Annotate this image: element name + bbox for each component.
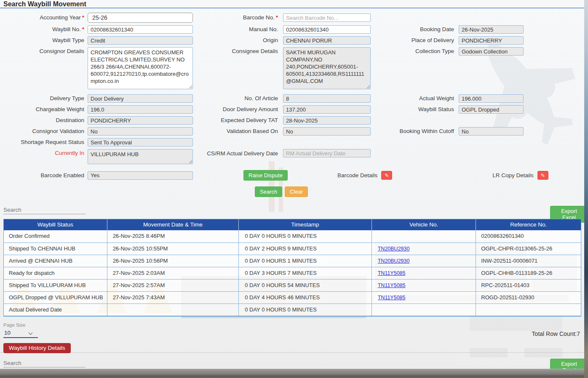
booking-within-cutoff-input[interactable] (459, 127, 524, 136)
page-size-value: 10 (4, 330, 11, 336)
required-mark: * (276, 14, 278, 21)
manual-no-input[interactable] (283, 25, 371, 34)
search-button[interactable]: Search (255, 186, 282, 197)
column-header-timestamp: Timestamp (239, 219, 372, 230)
reference-cell: 02008632601340 (476, 230, 581, 242)
waybill-type-label: Waybill Type (0, 36, 88, 45)
vehicle-link[interactable]: TN20BU2930 (378, 246, 410, 252)
status-cell: Order Confirmed (4, 230, 107, 242)
datetime-cell: 26-Nov-2025 8:46PM (107, 230, 239, 242)
column-header-movement-date: Movement Date & Time (107, 219, 239, 230)
booking-date-input[interactable] (459, 25, 524, 34)
background-photo-strip (584, 0, 588, 378)
no-of-article-input[interactable] (283, 94, 371, 103)
reference-cell: OGPL-CHPR-0113065-25-26 (476, 243, 581, 255)
waybill-movement-table: Waybill Status Movement Date & Time Time… (3, 219, 581, 317)
validation-based-on-input[interactable] (283, 127, 371, 136)
column-header-reference-no: Reference No. (476, 219, 581, 230)
waybill-status-label: Waybill Status (371, 105, 459, 114)
validation-based-on-label: Validation Based On (193, 127, 283, 136)
datetime-cell: 26-Nov-2025 10:56PM (107, 255, 239, 267)
shortage-request-status-input[interactable] (88, 138, 193, 146)
tab-divider (0, 352, 584, 353)
timestamp-cell: 0 DAY 0 HOURS 0 MINUTES (239, 304, 372, 316)
clear-button[interactable]: Clear (285, 186, 308, 197)
table-row: Ready for dispatch 27-Nov-2025 2:03AM 0 … (4, 267, 581, 279)
reference-cell: OGPL-CHHB-0113189-25-26 (476, 267, 581, 279)
waybill-form: Accounting Year* Barcode No.* Waybill No… (0, 13, 585, 200)
barcode-no-label: Barcode No.* (193, 13, 283, 23)
status-cell: Shipped To VILLUPURAM HUB (4, 280, 107, 291)
cs-rm-actual-delivery-date-input[interactable] (283, 149, 371, 157)
chargeable-weight-input[interactable] (88, 105, 193, 114)
title-divider (0, 8, 584, 8)
required-mark: * (82, 26, 84, 32)
waybill-type-input[interactable] (88, 36, 193, 45)
column-header-vehicle-no: Vehicle No. (372, 219, 476, 230)
consignee-details-textarea[interactable]: SAKTHI MURUGAN COMPANY,NO 240,PONDICHERR… (283, 47, 371, 89)
shortage-request-status-label: Shortage Request Status (0, 138, 88, 146)
barcode-details-edit-button[interactable]: ✎ (381, 171, 392, 180)
edit-pencil-icon: ✎ (385, 173, 389, 178)
expected-delivery-tat-label: Expected Delivery TAT (193, 116, 283, 125)
consignor-validation-label: Consignor Validation (0, 127, 88, 136)
waybill-status-input[interactable] (459, 105, 524, 114)
timestamp-cell: 0 DAY 0 HOURS 54 MINUTES (239, 280, 372, 291)
datetime-cell: 27-Nov-2025 7:43AM (107, 292, 239, 303)
search-waybill-movement-screen: Search Waybill Movement Accounting Year*… (0, 0, 588, 378)
destination-label: Destination (0, 116, 88, 125)
no-of-article-label: No. Of Article (193, 94, 283, 103)
vehicle-link[interactable]: TN20BU2930 (378, 258, 410, 264)
reference-cell: INW-202511-00006071 (476, 255, 581, 267)
status-cell: Ready for dispatch (4, 267, 107, 279)
waybill-no-input[interactable] (88, 25, 193, 34)
vehicle-link[interactable]: TN11Y5085 (378, 270, 406, 276)
barcode-enabled-label: Barcode Enabled (0, 171, 88, 180)
datetime-cell (107, 304, 239, 316)
page-title: Search Waybill Movement (3, 0, 86, 8)
consignor-validation-input[interactable] (88, 127, 193, 136)
movement-search-input[interactable] (3, 206, 86, 214)
accounting-year-select[interactable] (88, 13, 193, 23)
barcode-no-input[interactable] (283, 13, 371, 22)
table-row: Shipped To VILLUPURAM HUB 27-Nov-2025 2:… (4, 279, 581, 291)
place-of-delivery-input[interactable] (459, 36, 524, 45)
actual-weight-label: Actual Weight (371, 94, 459, 103)
currently-in-label: Currently In (0, 149, 88, 157)
delivery-type-label: Delivery Type (0, 94, 88, 103)
collection-type-label: Collection Type (371, 47, 459, 56)
tab-waybill-history-details[interactable]: Waybill History Details (3, 343, 71, 353)
cs-rm-actual-delivery-date-label: CS/RM Actual Delivery Date (193, 149, 283, 157)
origin-input[interactable] (283, 36, 371, 45)
table-row: OGPL Dropped @ VILLUPURAM HUB 27-Nov-202… (4, 291, 581, 303)
column-header-waybill-status: Waybill Status (4, 219, 107, 230)
booking-within-cutoff-label: Booking Within Cutoff (371, 127, 459, 136)
booking-date-label: Booking Date (371, 25, 459, 34)
status-cell: Arrived @ CHENNAI HUB (4, 255, 107, 267)
consignee-details-label: Consignee Details (193, 47, 283, 56)
door-delivery-amount-input[interactable] (283, 105, 371, 114)
table-row: Arrived @ CHENNAI HUB 26-Nov-2025 10:56P… (4, 255, 581, 267)
total-row-count: Total Row Count:7 (532, 330, 580, 337)
vehicle-cell (372, 230, 476, 242)
page-size-label: Page Size (3, 322, 38, 327)
actual-weight-input[interactable] (459, 94, 524, 103)
lr-copy-details-edit-button[interactable]: ✎ (537, 171, 548, 180)
currently-in-textarea[interactable]: VILLUPURAM HUB (88, 149, 193, 164)
vehicle-link[interactable]: TN11Y5085 (378, 282, 406, 288)
expected-delivery-tat-input[interactable] (283, 116, 371, 125)
vehicle-link[interactable]: TN11Y5085 (378, 295, 406, 301)
collection-type-input[interactable] (459, 47, 524, 56)
barcode-enabled-input[interactable] (88, 171, 193, 180)
raise-dispute-button[interactable]: Raise Dispute (243, 170, 288, 181)
destination-input[interactable] (88, 116, 193, 125)
reference-cell: RPC-202511-01403 (476, 280, 581, 291)
table-row: Shipped To CHENNAI HUB 26-Nov-2025 10:55… (4, 242, 581, 255)
datetime-cell: 26-Nov-2025 10:55PM (107, 243, 239, 255)
history-search-input[interactable] (3, 359, 86, 367)
barcode-details-label: Barcode Details (337, 172, 377, 178)
consignor-details-textarea[interactable]: CROMPTON GREAVES CONSUMER ELECTRICALS LI… (88, 47, 193, 89)
delivery-type-input[interactable] (88, 94, 193, 103)
timestamp-cell: 0 DAY 3 HOURS 7 MINUTES (239, 267, 372, 279)
page-size-select[interactable]: 10 (3, 329, 38, 338)
